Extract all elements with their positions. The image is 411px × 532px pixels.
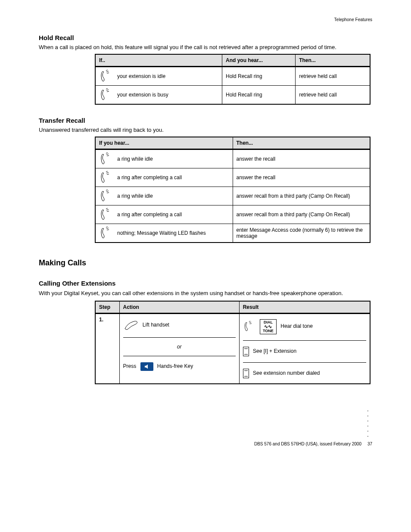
cell-text: a ring while idle [117,156,153,162]
cell-text: answer recall from a third party (Camp O… [233,205,370,224]
ringing-phone-icon [99,88,112,101]
calling-other-extensions-title: Calling Other Extensions [39,280,372,287]
ringing-phone-icon [99,171,112,184]
table-row: a ring while idle answer the recall [95,149,370,168]
cell-text: answer the recall [233,149,370,168]
section-hold-recall-desc: When a call is placed on hold, this feat… [39,44,372,50]
table-header-row: If.. And you hear... Then... [95,54,370,67]
section-transfer-recall-desc: Unanswered transferred calls will ring b… [39,127,372,133]
cell-text: a ring while idle [117,193,153,199]
col-if: If.. [95,54,222,67]
table-row: 1. Lift handset or Press [95,313,370,384]
section-transfer-recall-title: Transfer Recall [39,117,372,124]
footer-page-number: 37 [367,442,372,446]
calling-other-extensions-desc: With your Digital Keyset, you can call o… [39,289,372,297]
cell-text: answer the recall [233,168,370,187]
divider [243,340,366,341]
table-row: a ring after completing a call answer th… [95,168,370,187]
step-number: 1. [95,313,119,384]
action-lift-text: Lift handset [143,322,169,328]
calling-extensions-table: Step Action Result 1. Lift handset or [95,301,371,384]
col-step: Step [95,301,119,314]
hold-recall-table: If.. And you hear... Then... your extens… [95,54,371,105]
cell-text: retrieve held call [296,67,370,86]
page-footer: · · · · · · DBS 576 and DBS 576HD (USA),… [39,410,372,448]
cell-text: Hold Recall ring [222,67,295,86]
col-and: And you hear... [222,54,295,67]
action-or-text: or [177,344,182,350]
ringing-phone-icon [243,321,254,332]
col-action: Action [119,301,239,314]
cell-text: retrieve held call [296,86,370,105]
table-row: nothing; Message Waiting LED flashes ent… [95,224,370,243]
table-header-row: Step Action Result [95,301,370,314]
divider [123,356,236,356]
lift-handset-icon [123,319,139,331]
table-row: a ring after completing a call answer re… [95,205,370,224]
dots-decoration: · · · · · · [364,410,372,438]
section-hold-recall-title: Hold Recall [39,34,372,41]
footer-line1: DBS 576 and DBS 576HD (USA), issued Febr… [254,442,361,446]
divider [243,362,366,363]
transfer-recall-table: If you hear... Then... a ring while idle… [95,137,371,243]
speaker-key-icon [140,362,153,371]
ringing-phone-icon [99,208,112,221]
cell-text: a ring after completing a call [117,212,182,218]
dial-tone-icon: DIAL ∿∿ TONE [260,319,277,334]
col-then: Then... [296,54,370,67]
cell-text: enter Message Access code (normally 6) t… [233,224,370,243]
ringing-phone-icon [99,190,112,202]
ringing-phone-icon [99,70,112,83]
ringing-phone-icon [99,152,112,165]
page-header-right: Telephone Features [39,17,372,22]
result-line2-text: See [I] + Extension [253,348,296,354]
table-row: a ring while idle answer recall from a t… [95,187,370,205]
action-cell: Lift handset or Press Hands-free Key [119,313,239,384]
table-header-row: If you hear... Then... [95,137,370,149]
col-if: If you hear... [95,137,233,149]
keypad-icon [243,369,249,378]
result-hear-text: Hear dial tone [280,323,313,329]
cell-text: nothing; Message Waiting LED flashes [117,230,206,236]
cell-text: answer recall from a third party (Camp O… [233,187,370,205]
ringing-phone-icon [99,227,112,240]
keypad-icon [243,347,249,356]
making-calls-title: Making Calls [39,258,372,268]
col-then: Then... [233,137,370,149]
cell-text: a ring after completing a call [117,174,182,180]
divider [123,337,236,338]
result-line3-text: See extension number dialed [253,370,320,376]
cell-text: your extension is idle [117,73,165,79]
cell-text: your extension is busy [117,92,168,98]
table-row: your extension is idle Hold Recall ring … [95,67,370,86]
cell-text: Hold Recall ring [222,86,295,105]
result-cell: DIAL ∿∿ TONE Hear dial tone See [I] + Ex… [239,313,370,384]
table-row: your extension is busy Hold Recall ring … [95,86,370,105]
col-result: Result [239,301,370,314]
